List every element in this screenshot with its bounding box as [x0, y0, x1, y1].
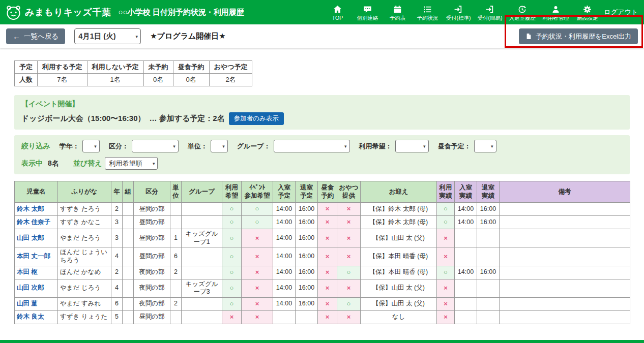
nav-item-uketsuke-kani[interactable]: 受付(簡易) [477, 3, 502, 22]
cell-kumi [123, 229, 134, 247]
cell-taishitsu_yotei: 16:00 [296, 247, 318, 266]
col-omukae: お迎え [361, 181, 437, 203]
summary-row-label: 人数 [15, 74, 38, 86]
show-participants-button[interactable]: 参加者のみ表示 [229, 112, 284, 125]
cell-name[interactable]: 鈴木 太郎 [15, 203, 58, 216]
filter-group-select[interactable]: ▾ [274, 140, 350, 152]
page-title: ○○小学校 日付別予約状況・利用履歴 [118, 8, 244, 17]
cell-kumi [123, 216, 134, 229]
excel-export-button[interactable]: 予約状況・利用履歴をExcel出力 [519, 28, 638, 44]
cell-chushoku_yoyaku: × [318, 297, 337, 310]
col-furigana: ふりがな [58, 181, 111, 203]
event-participants: … 参加する予定：2名 [150, 114, 225, 123]
cell-nyushitsu_yotei: 14:00 [273, 203, 296, 216]
filter-grade-select[interactable]: ▾ [82, 140, 100, 152]
cell-name[interactable]: 鈴木 佳奈子 [15, 216, 58, 229]
cell-taishitsu_yotei: 16:00 [296, 279, 318, 297]
cell-tani [170, 203, 182, 216]
cell-name[interactable]: 本田 枢 [15, 266, 58, 279]
summary-value-no-use: 1名 [87, 74, 143, 86]
cell-event_kibou: × [242, 279, 273, 297]
cell-taishitsu_yotei: 16:00 [296, 229, 318, 247]
top-nav: みまもりキッズ千葉 ○○小学校 日付別予約状況・利用履歴 TOP個別連絡予約表予… [0, 0, 644, 24]
cell-tani [170, 310, 182, 324]
col-nyushitsu_jisseki: 入室 実績 [455, 181, 477, 203]
cell-kubun: 昼間の部 [134, 310, 170, 324]
roster-row: 山田 菫やまだ すみれ6夜間の部2○×14:0016:00×○【保】山田 太 (… [15, 297, 630, 310]
cell-nyushitsu_yotei: 14:00 [273, 229, 296, 247]
logout-link[interactable]: ログアウト [604, 8, 638, 17]
cell-taishitsu_yotei: 16:00 [296, 216, 318, 229]
cell-grade: 2 [111, 203, 123, 216]
nav-item-nyutaishitsu-rireki[interactable]: 入退室履歴 [509, 3, 536, 22]
roster-row: 山田 太郎やまだ たろう3昼間の部1キッズグループ1○×14:0016:00××… [15, 229, 630, 247]
cell-taishitsu_jisseki: 16:00 [477, 266, 500, 279]
cell-taishitsu_yotei: 16:00 [296, 297, 318, 310]
sort-select[interactable]: 利用希望順▾ [105, 157, 158, 170]
cell-event_kibou: × [242, 266, 273, 279]
cell-name[interactable]: 本田 丈一郎 [15, 247, 58, 266]
cell-riyou_kibou: ○ [222, 279, 242, 297]
back-button[interactable]: ← 一覧へ戻る [6, 28, 65, 44]
cell-event_kibou: × [242, 310, 273, 324]
cell-chushoku_yoyaku: × [318, 216, 337, 229]
cell-furigana: やまだ すみれ [58, 297, 111, 310]
date-select[interactable]: 4月1日 (火) ▾ [74, 28, 141, 44]
filter-riyou-select[interactable]: ▾ [395, 140, 429, 152]
cell-name[interactable]: 山田 菫 [15, 297, 58, 310]
cell-kumi [123, 247, 134, 266]
showing-label: 表示中 [21, 159, 43, 168]
filter-heading: 絞り込み [21, 142, 50, 151]
cell-nyushitsu_yotei: 14:00 [273, 247, 296, 266]
cell-oyatsu_teikyo: ○ [337, 297, 361, 310]
filter-lunch-select[interactable]: ▾ [474, 140, 496, 152]
cell-biko [500, 266, 630, 279]
nav-item-label: 入退室履歴 [509, 15, 536, 22]
nav-item-yoyakuhyo[interactable]: 予約表 [386, 3, 409, 22]
cell-name[interactable]: 山田 太郎 [15, 229, 58, 247]
cell-nyushitsu_jisseki [455, 310, 477, 324]
nav-item-top[interactable]: TOP [326, 3, 349, 21]
nav-item-label: 利用者管理 [542, 15, 569, 22]
roster-table: 児童名ふりがな年組区分単 位グループ利用 希望ｲﾍﾞﾝﾄ 参加希望入室 予定退室… [14, 181, 630, 324]
cell-biko [500, 203, 630, 216]
nav-item-riyosha-kanri[interactable]: 利用者管理 [542, 3, 569, 22]
col-name: 児童名 [15, 181, 58, 203]
footer-bar [0, 340, 644, 343]
cell-biko [500, 297, 630, 310]
cell-tani: 6 [170, 247, 182, 266]
col-grade: 年 [111, 181, 123, 203]
col-event_kibou: ｲﾍﾞﾝﾄ 参加希望 [242, 181, 273, 203]
col-nyushitsu_yotei: 入室 予定 [273, 181, 296, 203]
back-button-label: 一覧へ戻る [24, 32, 58, 41]
cell-taishitsu_yotei: 16:00 [296, 266, 318, 279]
cell-omukae: なし [361, 310, 437, 324]
chevron-down-icon: ▾ [423, 144, 426, 149]
cell-chushoku_yoyaku: × [318, 266, 337, 279]
cell-nyushitsu_yotei: 14:00 [273, 279, 296, 297]
cell-oyatsu_teikyo: × [337, 310, 361, 324]
nav-item-shisetsu-settei[interactable]: 施設設定 [575, 3, 599, 22]
nav-item-kobetsu-renraku[interactable]: 個別連絡 [356, 3, 379, 22]
filter-kubun-select[interactable]: ▾ [132, 140, 179, 152]
nav-item-uketsuke-hyojun[interactable]: 受付(標準) [446, 3, 471, 22]
cell-nyushitsu_jisseki: 14:00 [455, 216, 477, 229]
cell-group [182, 247, 222, 266]
cell-name[interactable]: 山田 次郎 [15, 279, 58, 297]
cell-name[interactable]: 鈴木 良太 [15, 310, 58, 324]
cell-group: キッズグループ1 [182, 229, 222, 247]
summary-value-row: 人数 7名 1名 0名 0名 2名 [15, 74, 252, 86]
col-biko: 備考 [500, 181, 630, 203]
cell-kubun: 昼間の部 [134, 247, 170, 266]
nav-item-yoyaku-jokyo[interactable]: 予約状況 [416, 3, 439, 22]
cell-kubun: 夜間の部 [134, 266, 170, 279]
cell-riyou_jisseki: × [437, 279, 455, 297]
filter-unit-label: 単位： [188, 142, 208, 151]
filter-unit-select[interactable]: ▾ [211, 140, 228, 152]
cell-furigana: すずき りょうた [58, 310, 111, 324]
signin-icon [485, 5, 494, 14]
mascot-logo-icon [5, 4, 22, 21]
cell-biko [500, 229, 630, 247]
cell-kumi [123, 266, 134, 279]
cell-taishitsu_jisseki: 16:00 [477, 203, 500, 216]
